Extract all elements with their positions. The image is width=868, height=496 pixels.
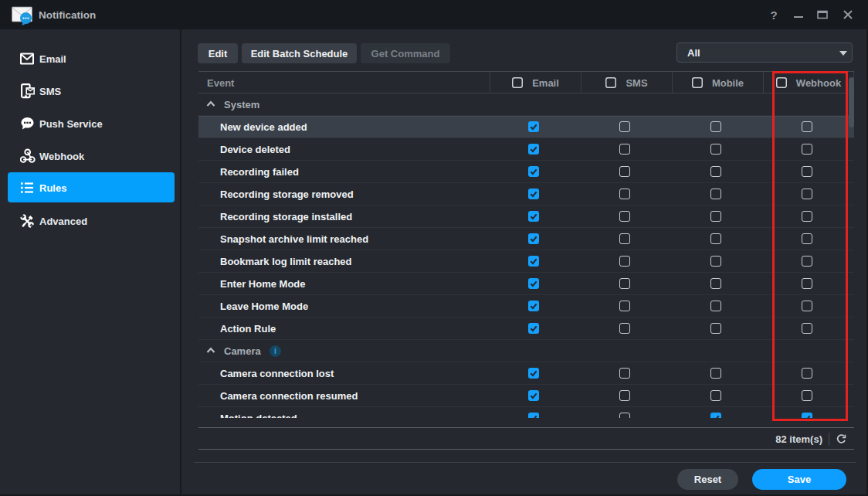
svg-text:i: i	[274, 347, 276, 355]
